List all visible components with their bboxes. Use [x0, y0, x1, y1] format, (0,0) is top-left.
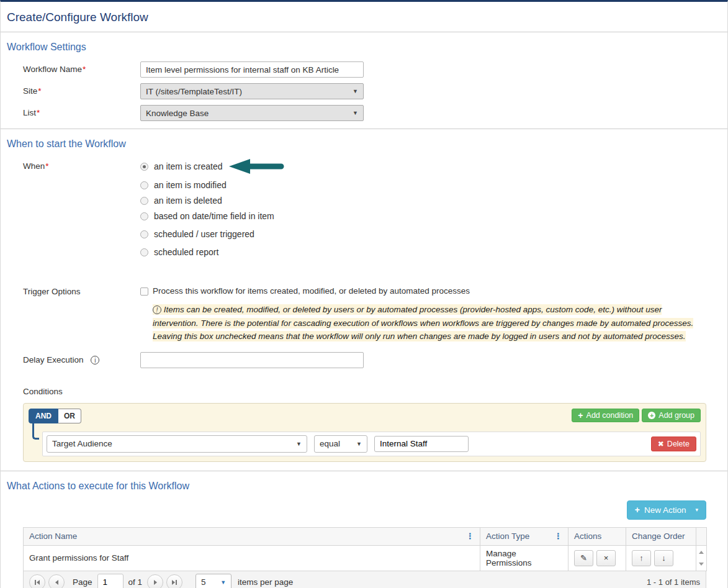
checkbox-icon[interactable] — [140, 287, 148, 296]
workflow-name-row: Workflow Name* — [7, 61, 721, 78]
caret-down-icon: ▾ — [695, 507, 698, 513]
workflow-config-page: Create/Configure Workflow Workflow Setti… — [0, 0, 728, 588]
down-arrow-icon: ↓ — [662, 553, 666, 563]
prev-page-icon — [55, 580, 58, 585]
trigger-options-row: Trigger Options Process this workflow fo… — [7, 286, 721, 343]
condition-field-select[interactable]: Target Audience ▼ — [47, 435, 307, 453]
next-page-button[interactable] — [147, 574, 163, 588]
required-marker: * — [38, 86, 41, 96]
required-marker: * — [45, 161, 48, 171]
list-row: List* Knowledge Base ▼ — [7, 105, 721, 121]
prev-page-button[interactable] — [48, 574, 65, 588]
radio-icon[interactable] — [140, 230, 148, 238]
cell-actions: ✎× — [568, 545, 626, 571]
trigger-checkbox-line[interactable]: Process this workflow for items created,… — [140, 286, 708, 296]
trigger-note-text: Items can be created, modified, or delet… — [153, 305, 693, 341]
conditions-label: Conditions — [7, 387, 721, 396]
conditions-panel: ANDOR + Add condition + Add group Target… — [23, 403, 706, 462]
table-header-row: Action Name ⋮ Action Type ⋮ Actions Chan… — [24, 527, 707, 545]
cell-action-name: Grant permissions for Staff — [24, 545, 480, 571]
condition-value-input[interactable] — [374, 436, 469, 452]
column-header-change-order: Change Order — [626, 527, 696, 545]
table-scrollbar[interactable] — [696, 545, 707, 571]
move-up-button[interactable]: ↑ — [632, 550, 651, 566]
column-header-action-name[interactable]: Action Name ⋮ — [24, 527, 480, 545]
add-condition-button[interactable]: + Add condition — [572, 409, 639, 422]
table-row: Grant permissions for Staff Manage Permi… — [24, 545, 707, 571]
condition-add-buttons: + Add condition + Add group — [572, 409, 701, 422]
scroll-down-icon[interactable] — [699, 563, 704, 566]
plus-icon: + — [578, 412, 583, 419]
page-number-input[interactable] — [97, 574, 124, 588]
next-page-icon — [154, 580, 157, 585]
column-menu-icon[interactable]: ⋮ — [554, 531, 562, 541]
column-menu-icon[interactable]: ⋮ — [466, 531, 474, 541]
radio-option-datetime-field[interactable]: based on date/time field in item — [140, 211, 286, 221]
actions-table: Action Name ⋮ Action Type ⋮ Actions Chan… — [23, 527, 707, 571]
radio-icon[interactable] — [140, 181, 148, 189]
section-heading-actions: What Actions to execute for this Workflo… — [7, 481, 721, 492]
caret-down-icon: ▼ — [353, 88, 358, 94]
edit-action-button[interactable]: ✎ — [574, 550, 593, 566]
section-heading-workflow-settings: Workflow Settings — [7, 42, 721, 53]
radio-option-scheduled-report[interactable]: scheduled report — [140, 247, 286, 257]
radio-icon[interactable] — [140, 197, 148, 205]
delay-execution-input[interactable] — [140, 352, 364, 368]
table-scrollbar-header — [696, 527, 707, 545]
close-icon: × — [604, 553, 609, 563]
required-marker: * — [83, 65, 86, 74]
add-group-button[interactable]: + Add group — [642, 409, 701, 422]
caret-down-icon: ▼ — [296, 441, 302, 447]
page-of-label: of 1 — [128, 577, 143, 587]
plus-icon: + — [635, 506, 640, 513]
delay-execution-label: Delay Execution i — [23, 352, 140, 364]
site-select-value: IT (/sites/TemplateTest/IT) — [146, 87, 242, 96]
caret-down-icon: ▼ — [220, 579, 226, 586]
divider — [1, 129, 727, 129]
page-size-value: 5 — [201, 577, 206, 587]
or-button[interactable]: OR — [58, 409, 81, 423]
alert-icon: ! — [153, 305, 161, 314]
when-label: When* — [23, 158, 140, 171]
cell-change-order: ↑↓ — [626, 545, 696, 571]
section-heading-when: When to start the Workflow — [7, 138, 721, 150]
conditions-toolbar: ANDOR + Add condition + Add group — [29, 409, 701, 423]
first-page-icon — [37, 580, 40, 585]
column-header-action-type[interactable]: Action Type ⋮ — [480, 527, 568, 545]
list-select-value: Knowledge Base — [146, 109, 209, 118]
site-select[interactable]: IT (/sites/TemplateTest/IT) ▼ — [140, 83, 364, 99]
info-icon[interactable]: i — [91, 356, 99, 364]
divider — [1, 32, 727, 32]
first-page-button[interactable] — [29, 574, 45, 588]
workflow-name-input[interactable] — [140, 61, 364, 78]
list-label: List* — [23, 105, 140, 117]
radio-icon[interactable] — [140, 248, 148, 256]
up-arrow-icon: ↑ — [639, 553, 644, 563]
move-down-button[interactable]: ↓ — [654, 550, 673, 566]
items-info: 1 - 1 of 1 items — [647, 577, 700, 587]
plus-circle-icon: + — [648, 412, 655, 419]
new-action-row: + New Action ▾ — [23, 500, 706, 520]
last-page-button[interactable] — [166, 574, 182, 588]
condition-operator-select[interactable]: equal ▼ — [314, 435, 367, 453]
list-select[interactable]: Knowledge Base ▼ — [140, 105, 364, 121]
cross-icon: ✖ — [658, 440, 664, 448]
radio-icon[interactable] — [140, 163, 148, 171]
new-action-button[interactable]: + New Action ▾ — [627, 500, 706, 520]
radio-option-item-deleted[interactable]: an item is deleted — [140, 196, 286, 206]
and-button[interactable]: AND — [29, 409, 58, 423]
page-size-select[interactable]: 5 ▼ — [195, 574, 231, 588]
divider — [1, 471, 727, 471]
caret-down-icon: ▼ — [353, 110, 358, 116]
actions-grid-area: + New Action ▾ Action Name ⋮ Action Type — [23, 500, 706, 588]
radio-option-item-modified[interactable]: an item is modified — [140, 180, 286, 190]
and-or-toggle: ANDOR — [29, 409, 81, 423]
scroll-up-icon[interactable] — [699, 551, 704, 554]
radio-option-scheduled-user[interactable]: scheduled / user triggered — [140, 229, 286, 239]
remove-action-button[interactable]: × — [596, 550, 616, 566]
required-marker: * — [37, 108, 40, 117]
radio-icon[interactable] — [140, 212, 148, 220]
delete-condition-button[interactable]: ✖ Delete — [651, 436, 696, 451]
trigger-options-label: Trigger Options — [23, 286, 140, 296]
radio-option-item-created[interactable]: an item is created — [140, 158, 286, 174]
